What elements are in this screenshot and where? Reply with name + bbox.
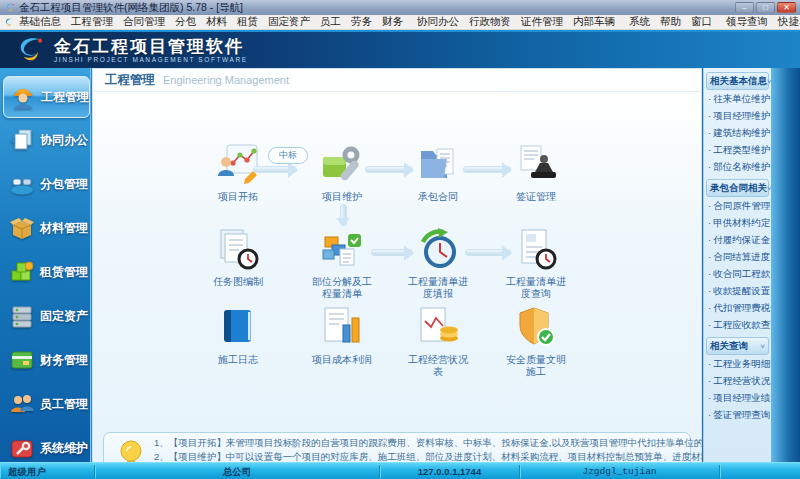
sidebar-item-label: 系统维护 — [40, 440, 88, 457]
menu-item-admin-supplies[interactable]: 行政物资 — [464, 15, 516, 29]
menu-item-subcontract[interactable]: 分包 — [170, 15, 201, 29]
bid-won-badge: 中标 — [268, 147, 308, 164]
panel-item-visa-query[interactable]: 签证管理查询 — [704, 406, 771, 423]
sidebar-item-collaboration[interactable]: 协同办公 — [3, 120, 88, 160]
menu-item-help[interactable]: 帮助 — [655, 15, 686, 29]
panel-item-contract-original[interactable]: 合同原件管理 — [704, 197, 771, 214]
panel-item-building-structure[interactable]: 建筑结构维护 — [704, 124, 771, 141]
sidebar-item-engineering[interactable]: 工程管理 — [3, 76, 90, 118]
panel-item-withhold-tax[interactable]: 代扣管理费税金 — [704, 299, 771, 316]
flow-node-task-chart[interactable]: 任务图编制 — [193, 227, 283, 288]
panel-section-basic-info[interactable]: 相关基本信息 ˅ — [706, 72, 769, 90]
flow-node-cost-profit[interactable]: 项目成本利润 — [297, 305, 387, 366]
status-bar: 超级用户 总公司 127.0.0.1,1744 Jzgdgl_tujian — [0, 462, 800, 479]
menu-item-material[interactable]: 材料 — [201, 15, 232, 29]
fixed-assets-icon — [9, 303, 35, 329]
panel-item-performance-bond[interactable]: 付履约保证金 — [704, 231, 771, 248]
flow-arrow — [371, 249, 413, 256]
menu-item-basic-info[interactable]: 基础信息 — [14, 15, 66, 29]
staff-icon — [9, 391, 35, 417]
flow-node-label: 施工日志 — [205, 354, 271, 366]
menu-item-finance[interactable]: 财务 — [377, 15, 408, 29]
flow-node-construction-log[interactable]: 施工日志 — [193, 305, 283, 366]
window-close-button[interactable]: ✕ — [777, 2, 796, 13]
flow-arrow — [465, 249, 511, 256]
sidebar-item-staff[interactable]: 员工管理 — [3, 384, 88, 424]
sidebar-item-label: 财务管理 — [40, 352, 88, 369]
boq-breakdown-icon — [320, 227, 364, 271]
page-title: 工程管理 — [105, 72, 155, 89]
flow-diagram: 项目开拓 项目维护 承包合同 — [93, 92, 701, 463]
status-empty — [720, 465, 800, 478]
panel-section-contract[interactable]: 承包合同相关 ˅ — [706, 179, 769, 197]
task-chart-icon — [216, 227, 260, 271]
panel-item-project-type[interactable]: 工程类型维护 — [704, 141, 771, 158]
status-user: 超级用户 — [0, 465, 95, 478]
flow-node-progress-query[interactable]: 工程量清单进度查询 — [491, 227, 581, 300]
panel-section-queries[interactable]: 相关查询 ˅ — [706, 337, 769, 355]
engineering-icon — [10, 84, 36, 110]
flow-arrow — [463, 166, 511, 173]
panel-item-business-detail-query[interactable]: 工程业务明细查询 — [704, 355, 771, 372]
menu-item-contract[interactable]: 合同管理 — [118, 15, 170, 29]
progress-report-icon — [416, 227, 460, 271]
menu-item-labor[interactable]: 劳务 — [346, 15, 377, 29]
finance-icon — [9, 347, 35, 373]
subcontract-icon — [9, 171, 35, 197]
panel-item-project-manager[interactable]: 项目经理维护 — [704, 107, 771, 124]
page-header: 工程管理 Engineering Management — [93, 69, 701, 92]
menu-item-engineering[interactable]: 工程管理 — [66, 15, 118, 29]
flow-node-safety-civilized[interactable]: 安全质量文明施工 — [491, 305, 581, 378]
main-content: 工程管理 Engineering Management 项目开拓 项目维护 — [92, 68, 702, 462]
panel-item-receivable-query[interactable]: 工程应收款查询 — [704, 316, 771, 333]
operation-status-icon — [416, 305, 460, 349]
safety-shield-icon — [514, 305, 558, 349]
panel-section-title: 承包合同相关 — [710, 182, 767, 195]
sidebar-item-label: 材料管理 — [40, 220, 88, 237]
menu-item-quick-docs[interactable]: 快捷单据 — [773, 15, 800, 29]
flow-node-label: 项目维护 — [309, 191, 375, 203]
collaboration-icon — [9, 127, 35, 153]
progress-query-icon — [514, 227, 558, 271]
flow-arrow — [253, 166, 297, 173]
menu-item-vehicles[interactable]: 内部车辆 — [568, 15, 620, 29]
menu-item-leader-query[interactable]: 领导查询 — [721, 15, 773, 29]
menu-item-window[interactable]: 窗口 — [686, 15, 717, 29]
menu-item-collaboration[interactable]: 协同办公 — [412, 15, 464, 29]
flow-node-label: 工程量清单进度查询 — [503, 276, 569, 300]
tip-line: 1、【项目开拓】来管理项目投标阶段的自营项目的跟踪费用、资料审核、中标率、投标保… — [154, 436, 794, 450]
flow-node-operation-status[interactable]: 工程经营状况表 — [393, 305, 483, 378]
material-icon — [9, 215, 35, 241]
sidebar-item-lease[interactable]: 租赁管理 — [3, 252, 88, 292]
sidebar-item-fixed-assets[interactable]: 固定资产 — [3, 296, 88, 336]
jinshi-logo-icon — [3, 17, 14, 28]
status-module: Jzgdgl_tujian — [520, 465, 720, 478]
menu-item-staff[interactable]: 员工 — [315, 15, 346, 29]
panel-item-payment-reminder[interactable]: 收款提醒设置 — [704, 282, 771, 299]
sidebar-item-subcontract[interactable]: 分包管理 — [3, 164, 88, 204]
panel-item-part-name[interactable]: 部位名称维护 — [704, 158, 771, 175]
sidebar-item-finance[interactable]: 财务管理 — [3, 340, 88, 380]
flow-node-progress-report[interactable]: 工程量清单进度填报 — [393, 227, 483, 300]
brand-name: 金石工程项目管理软件 — [54, 38, 248, 56]
sidebar-item-label: 工程管理 — [41, 89, 89, 106]
menu-item-lease[interactable]: 租赁 — [232, 15, 263, 29]
panel-item-operation-status-report[interactable]: 工程经营状况表 — [704, 372, 771, 389]
sidebar-item-label: 员工管理 — [40, 396, 88, 413]
sidebar-item-material[interactable]: 材料管理 — [3, 208, 88, 248]
panel-item-partner-units[interactable]: 往来单位维护 — [704, 90, 771, 107]
status-company: 总公司 — [95, 465, 380, 478]
flow-node-boq-breakdown[interactable]: 部位分解及工程量清单 — [297, 227, 387, 300]
flow-node-label: 项目开拓 — [205, 191, 271, 203]
panel-item-receive-payment[interactable]: 收合同工程款 — [704, 265, 771, 282]
window-maximize-button[interactable]: □ — [756, 2, 775, 13]
cost-profit-icon — [320, 305, 364, 349]
window-minimize-button[interactable]: – — [735, 2, 754, 13]
menu-item-system[interactable]: 系统 — [624, 15, 655, 29]
flow-node-label: 部位分解及工程量清单 — [309, 276, 375, 300]
menu-item-certificates[interactable]: 证件管理 — [516, 15, 568, 29]
menu-item-fixed-assets[interactable]: 固定资产 — [263, 15, 315, 29]
panel-item-contract-settlement[interactable]: 合同结算进度 — [704, 248, 771, 265]
panel-item-owner-material[interactable]: 甲供材料约定 — [704, 214, 771, 231]
panel-item-pm-performance[interactable]: 项目经理业绩考核 — [704, 389, 771, 406]
